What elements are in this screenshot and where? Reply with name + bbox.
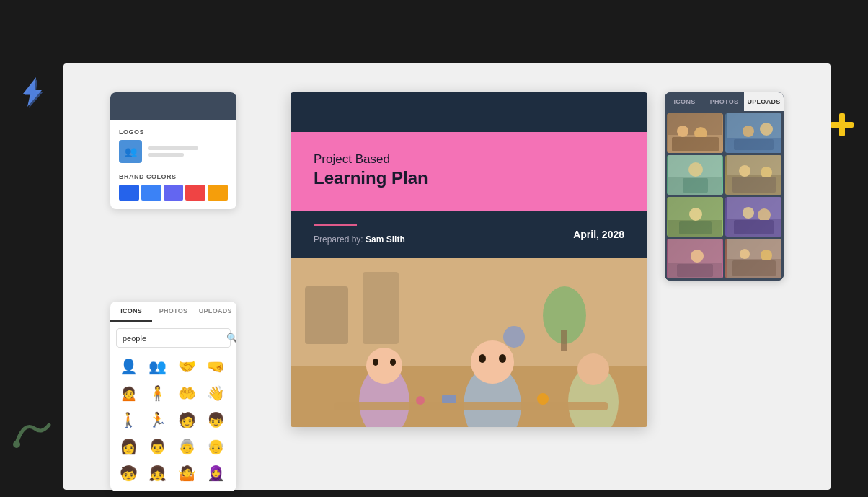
slide-subtitle: Project Based — [314, 152, 624, 167]
icon-cell[interactable]: 🏃 — [145, 407, 170, 432]
brand-panel-header — [110, 92, 236, 120]
slide-classroom-image — [291, 258, 647, 427]
svg-point-27 — [577, 353, 609, 385]
icon-cell[interactable]: 🚶 — [116, 407, 141, 432]
bottom-left-decoration — [13, 414, 53, 450]
slide-top-bar — [291, 92, 647, 132]
panel-tabs: ICONS PHOTOS UPLOADS — [110, 302, 236, 322]
logo-lines — [148, 146, 198, 157]
icon-cell[interactable]: 🤷 — [174, 460, 200, 485]
icon-cell[interactable]: 👨 — [145, 434, 170, 459]
search-panel: ICONS PHOTOS UPLOADS 🔍 👤 👥 🤝 🤜 🙍 🧍 🤲 👋 🚶… — [110, 302, 236, 491]
svg-point-29 — [416, 396, 425, 405]
photo-thumb-8[interactable] — [725, 239, 781, 278]
slide-date: April, 2028 — [573, 229, 624, 240]
icon-cell[interactable]: 🤝 — [174, 353, 200, 379]
brand-colors-row — [119, 185, 228, 201]
svg-point-39 — [760, 123, 773, 136]
svg-point-31 — [537, 393, 549, 405]
search-input[interactable] — [123, 334, 222, 343]
icon-cell[interactable]: 👵 — [174, 434, 200, 459]
main-slide: Project Based Learning Plan Prepared by:… — [291, 92, 647, 427]
icon-cell[interactable]: 👴 — [203, 434, 229, 459]
svg-point-62 — [691, 250, 704, 263]
icon-cell[interactable]: 🤲 — [174, 380, 200, 405]
svg-point-21 — [390, 359, 396, 366]
svg-rect-59 — [734, 220, 774, 234]
icon-cell[interactable]: 🙍 — [116, 380, 141, 405]
icon-cell[interactable]: 🤜 — [203, 353, 229, 379]
photos-tab-photos[interactable]: PHOTOS — [704, 92, 744, 111]
icon-cell[interactable]: 👧 — [145, 460, 170, 485]
svg-rect-28 — [334, 402, 608, 410]
tab-photos[interactable]: PHOTOS — [152, 302, 194, 322]
svg-point-24 — [479, 354, 486, 363]
photo-thumb-3[interactable] — [667, 155, 723, 195]
svg-rect-13 — [305, 286, 348, 344]
main-canvas: LOGOS 👥 BRAND COLORS ICONS — [63, 63, 831, 490]
swatch-blue[interactable] — [119, 185, 139, 201]
svg-point-57 — [743, 207, 754, 219]
svg-point-20 — [373, 359, 378, 366]
svg-point-53 — [689, 208, 702, 221]
search-box[interactable]: 🔍 — [116, 328, 231, 348]
photos-panel: ICONS PHOTOS UPLOADS — [665, 92, 784, 281]
photos-grid — [665, 111, 784, 281]
svg-rect-54 — [679, 221, 712, 234]
svg-point-66 — [740, 249, 750, 259]
logo-placeholder: 👥 — [119, 140, 228, 163]
photo-thumb-6[interactable] — [725, 197, 781, 237]
icon-cell[interactable]: 👋 — [203, 380, 229, 405]
svg-point-34 — [677, 126, 688, 137]
plus-decoration — [829, 112, 855, 142]
svg-rect-45 — [683, 178, 708, 193]
svg-point-48 — [739, 165, 750, 177]
photo-thumb-7[interactable] — [667, 239, 723, 278]
svg-point-19 — [366, 348, 402, 384]
icon-cell[interactable]: 👤 — [116, 353, 141, 379]
svg-point-17 — [503, 326, 525, 348]
icon-cell[interactable]: 👦 — [203, 407, 229, 432]
brand-panel: LOGOS 👥 BRAND COLORS — [110, 92, 236, 209]
icon-cell[interactable]: 👥 — [145, 353, 170, 379]
svg-rect-30 — [442, 395, 456, 403]
tab-icons[interactable]: ICONS — [110, 302, 152, 322]
photos-tab-uploads[interactable]: UPLOADS — [744, 92, 784, 111]
svg-rect-50 — [732, 177, 776, 193]
swatch-indigo[interactable] — [164, 185, 184, 201]
svg-point-23 — [471, 340, 514, 384]
slide-divider — [314, 224, 357, 226]
icon-cell[interactable]: 🧑 — [174, 407, 200, 432]
swatch-red[interactable] — [185, 185, 205, 201]
logos-label: LOGOS — [119, 128, 228, 136]
svg-point-49 — [761, 167, 772, 178]
svg-rect-14 — [363, 272, 399, 344]
swatch-yellow[interactable] — [208, 185, 228, 201]
svg-rect-36 — [672, 137, 719, 151]
icon-cell[interactable]: 👩 — [116, 434, 141, 459]
svg-rect-41 — [734, 139, 774, 150]
photo-thumb-1[interactable] — [667, 113, 723, 153]
lightning-decoration — [14, 76, 50, 108]
photo-thumb-4[interactable] — [725, 155, 781, 195]
tab-uploads[interactable]: UPLOADS — [195, 302, 236, 322]
svg-rect-3 — [831, 122, 854, 128]
photos-panel-tabs: ICONS PHOTOS UPLOADS — [665, 92, 784, 111]
icon-cell[interactable]: 🧍 — [145, 380, 170, 405]
icon-cell[interactable]: 🧒 — [116, 460, 141, 485]
icon-grid: 👤 👥 🤝 🤜 🙍 🧍 🤲 👋 🚶 🏃 🧑 👦 👩 👨 👵 👴 🧒 👧 🤷 🧕 — [110, 353, 236, 491]
brand-panel-body: LOGOS 👥 BRAND COLORS — [110, 120, 236, 209]
svg-point-25 — [499, 354, 506, 363]
photo-thumb-5[interactable] — [667, 197, 723, 237]
photos-tab-icons[interactable]: ICONS — [665, 92, 704, 111]
logo-line-1 — [148, 146, 198, 150]
icon-cell[interactable]: 🧕 — [203, 460, 229, 485]
svg-point-58 — [758, 208, 771, 221]
svg-rect-68 — [732, 260, 776, 276]
swatch-lightblue[interactable] — [141, 185, 161, 201]
photo-thumb-2[interactable] — [725, 113, 781, 153]
search-icon[interactable]: 🔍 — [226, 333, 236, 343]
svg-rect-63 — [677, 264, 713, 277]
brand-colors-label: BRAND COLORS — [119, 173, 228, 180]
logo-line-2 — [148, 153, 184, 157]
